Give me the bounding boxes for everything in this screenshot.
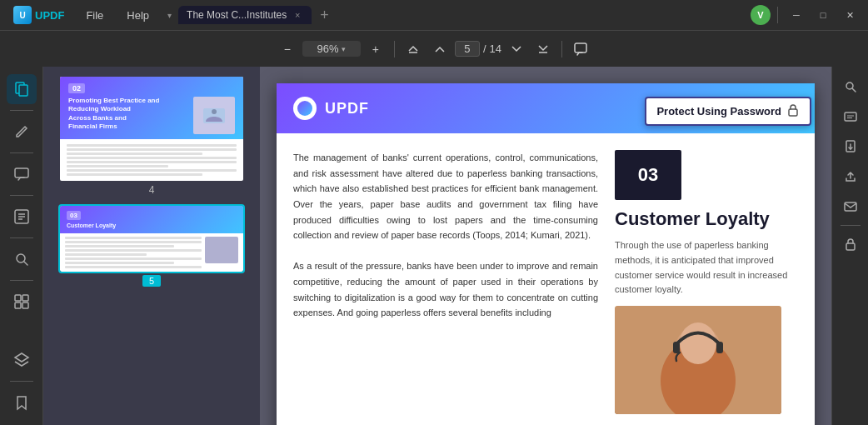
thumb5-title: Customer Loyalty (67, 222, 237, 228)
t5-l5 (65, 253, 147, 256)
tab-title: The Most C...Institutes (187, 9, 287, 21)
main-area: 02 Promoting Best Practice andReducing W… (0, 67, 868, 425)
menu-help[interactable]: Help (118, 6, 157, 25)
toolbar-divider-1 (394, 41, 395, 58)
sidebar-sep-3 (10, 195, 33, 196)
thumb4-badge: 02 (68, 83, 85, 93)
right-sidebar-sep (841, 225, 861, 226)
pdf-text-column: The management of banks' current operati… (293, 150, 615, 414)
customer-loyalty-desc: Through the use of paperless banking met… (615, 238, 798, 297)
right-extract-icon[interactable] (837, 133, 864, 160)
thumb5-lines (65, 237, 202, 268)
thumb4-header: 02 Promoting Best Practice andReducing W… (60, 77, 243, 139)
protect-password-btn[interactable]: Protect Using Password (645, 97, 811, 126)
tab-close-btn[interactable]: × (292, 9, 303, 21)
page-input[interactable] (455, 41, 480, 57)
pdf-right-column: 03 Customer Loyalty Through the use of p… (615, 150, 798, 414)
right-sidebar (831, 67, 868, 425)
svg-point-25 (846, 82, 853, 89)
sidebar-sep-4 (10, 238, 33, 238)
active-tab[interactable]: The Most C...Institutes × (178, 6, 312, 24)
sidebar-icon-search[interactable] (7, 244, 37, 274)
close-btn[interactable]: ✕ (838, 7, 861, 23)
thumb5-page-label: 5 (142, 275, 161, 287)
thumbnail-frame-5: 03 Customer Loyalty (60, 206, 243, 272)
page-separator: / (483, 42, 486, 55)
tab-overflow-btn[interactable]: ▾ (164, 8, 175, 23)
titlebar-sep (777, 7, 778, 23)
minimize-btn[interactable]: ─ (785, 7, 808, 23)
sidebar-icon-comment[interactable] (7, 159, 37, 189)
sidebar-icon-organize[interactable] (7, 287, 37, 317)
menu-file[interactable]: File (77, 6, 112, 25)
t5-l1 (65, 237, 202, 239)
thumb4-line-3 (67, 152, 202, 155)
thumb4-body (60, 139, 243, 181)
brand-inner (297, 101, 312, 116)
brand-icon (293, 97, 317, 120)
logo-text: UPDF (35, 9, 64, 22)
avatar[interactable]: V (751, 5, 771, 25)
sidebar-icon-note[interactable] (7, 202, 37, 232)
sidebar-icon-layers[interactable] (7, 345, 37, 375)
svg-rect-23 (673, 342, 680, 353)
pdf-viewer[interactable]: UPDF Protect Using Password The manageme… (260, 67, 831, 425)
app-logo: U UPDF (7, 2, 71, 28)
zoom-display[interactable]: 96% ▾ (302, 41, 361, 57)
thumbnail-frame-4: 02 Promoting Best Practice andReducing W… (60, 77, 243, 181)
sidebar-icon-bookmark[interactable] (7, 388, 37, 418)
comment-btn[interactable] (569, 38, 592, 61)
thumbnail-item-4[interactable]: 02 Promoting Best Practice andReducing W… (50, 77, 253, 196)
right-search-icon[interactable] (837, 73, 864, 100)
svg-rect-15 (22, 302, 28, 308)
pdf-body-text-2: As a result of the pressure, banks have … (293, 258, 598, 321)
sidebar-icon-pages[interactable] (7, 74, 37, 104)
maximize-btn[interactable]: □ (811, 7, 835, 23)
page-total: 14 (490, 42, 501, 55)
tab-area: ▾ The Most C...Institutes × + (164, 6, 744, 24)
svg-rect-14 (15, 302, 21, 308)
svg-rect-32 (845, 202, 856, 211)
scroll-up-btn[interactable] (428, 38, 451, 61)
person-image (615, 306, 781, 414)
thumb4-lines: Promoting Best Practice andReducing Work… (68, 97, 188, 132)
scroll-bottom-btn[interactable] (531, 38, 555, 61)
pdf-content: The management of banks' current operati… (277, 133, 815, 425)
sidebar-sep-2 (10, 152, 33, 153)
sidebar-icon-edit[interactable] (7, 117, 37, 147)
titlebar-right: V ─ □ ✕ (751, 5, 861, 25)
thumb4-page-label: 4 (149, 184, 155, 196)
left-sidebar (0, 67, 43, 425)
svg-rect-27 (845, 112, 856, 121)
right-mail-icon[interactable] (837, 193, 864, 220)
scroll-down-btn[interactable] (505, 38, 528, 61)
sidebar-sep-bottom (10, 381, 33, 382)
svg-rect-4 (19, 85, 27, 96)
right-ocr-icon[interactable] (837, 103, 864, 130)
right-lock-icon[interactable] (837, 231, 864, 258)
zoom-out-btn[interactable]: − (276, 38, 299, 61)
svg-rect-12 (15, 295, 21, 301)
right-share-icon[interactable] (837, 163, 864, 190)
thumb5-img (205, 237, 238, 263)
thumb4-text-lines (67, 144, 237, 176)
t5-l2 (65, 241, 202, 243)
t5-l4 (65, 249, 202, 252)
svg-rect-33 (846, 243, 855, 250)
thumb5-header: 03 Customer Loyalty (60, 206, 243, 233)
zoom-level: 96% (317, 42, 338, 55)
zoom-in-btn[interactable]: + (364, 38, 387, 61)
titlebar: U UPDF File Help ▾ The Most C...Institut… (0, 0, 868, 30)
thumbnail-item-5[interactable]: 03 Customer Loyalty (50, 206, 253, 287)
scroll-top-btn[interactable] (402, 38, 425, 61)
svg-line-26 (852, 89, 856, 92)
new-tab-btn[interactable]: + (315, 8, 334, 22)
sidebar-sep-1 (10, 110, 33, 111)
pdf-page: UPDF Protect Using Password The manageme… (277, 83, 815, 425)
svg-line-11 (24, 262, 27, 265)
svg-rect-18 (789, 109, 797, 116)
customer-loyalty-title: Customer Loyalty (615, 208, 770, 230)
thumb5-badge: 03 (67, 211, 81, 220)
thumb4-line-8 (67, 173, 202, 176)
toolbar-divider-2 (561, 41, 562, 58)
